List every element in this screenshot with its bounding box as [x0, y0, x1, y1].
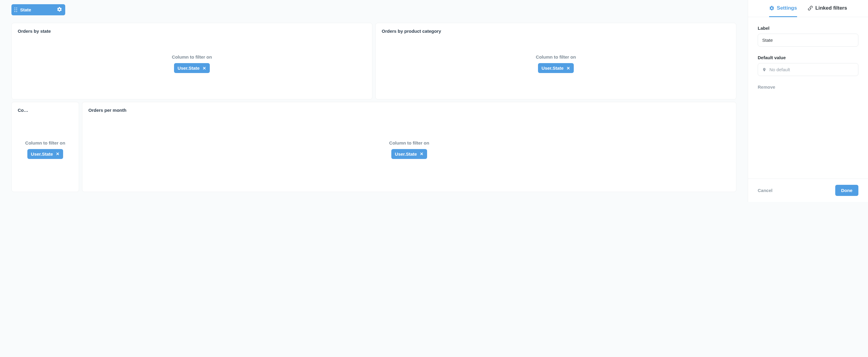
- close-icon[interactable]: ✕: [203, 66, 206, 71]
- column-filter-label: Column to filter on: [25, 140, 65, 145]
- column-filter-label: Column to filter on: [389, 140, 429, 145]
- label-input[interactable]: [758, 34, 858, 46]
- filter-chip[interactable]: User.State ✕: [174, 63, 210, 73]
- card-orders-per-month: Orders per month Column to filter on Use…: [82, 102, 736, 192]
- card-orders-by-product-category: Orders by product category Column to fil…: [375, 23, 736, 99]
- gear-icon: [769, 5, 775, 11]
- card-co-truncated: Co… Column to filter on User.State ✕: [11, 102, 79, 192]
- card-orders-by-state: Orders by state Column to filter on User…: [11, 23, 372, 99]
- filter-pill-state[interactable]: State: [11, 4, 65, 15]
- column-filter-label: Column to filter on: [536, 54, 576, 60]
- close-icon[interactable]: ✕: [566, 66, 570, 71]
- filter-chip[interactable]: User.State ✕: [538, 63, 574, 73]
- close-icon[interactable]: ✕: [420, 152, 424, 156]
- tab-settings[interactable]: Settings: [769, 0, 797, 17]
- card-title: Orders by state: [18, 29, 366, 34]
- default-value-input[interactable]: No default: [758, 63, 858, 76]
- default-value-placeholder: No default: [769, 67, 790, 72]
- label-caption: Label: [758, 26, 858, 31]
- gear-icon[interactable]: [57, 7, 62, 13]
- link-icon: [808, 5, 813, 11]
- filter-chip[interactable]: User.State ✕: [391, 149, 427, 159]
- settings-sidebar: Settings Linked filters Label Default va…: [748, 0, 868, 202]
- card-title: Co…: [18, 107, 73, 113]
- remove-link[interactable]: Remove: [758, 85, 858, 90]
- sidebar-tabs: Settings Linked filters: [748, 0, 868, 17]
- filter-chip-label: User.State: [31, 152, 53, 157]
- card-title: Orders per month: [88, 107, 730, 113]
- close-icon[interactable]: ✕: [56, 152, 60, 156]
- cancel-button[interactable]: Cancel: [758, 188, 772, 193]
- main-canvas: State Orders by state Column to filter o…: [0, 0, 748, 202]
- tab-label: Settings: [777, 5, 797, 11]
- card-title: Orders by product category: [382, 29, 730, 34]
- tab-linked-filters[interactable]: Linked filters: [808, 0, 847, 17]
- filter-chip-label: User.State: [178, 66, 199, 71]
- done-button[interactable]: Done: [835, 185, 859, 196]
- column-filter-label: Column to filter on: [172, 54, 212, 60]
- filter-chip-label: User.State: [395, 152, 417, 157]
- location-pin-icon: [762, 67, 767, 72]
- drag-handle-icon[interactable]: [14, 7, 17, 12]
- tab-label: Linked filters: [815, 5, 847, 11]
- filter-chip[interactable]: User.State ✕: [27, 149, 63, 159]
- default-value-caption: Default value: [758, 55, 858, 60]
- filter-chip-label: User.State: [541, 66, 563, 71]
- filter-pill-label: State: [20, 7, 31, 12]
